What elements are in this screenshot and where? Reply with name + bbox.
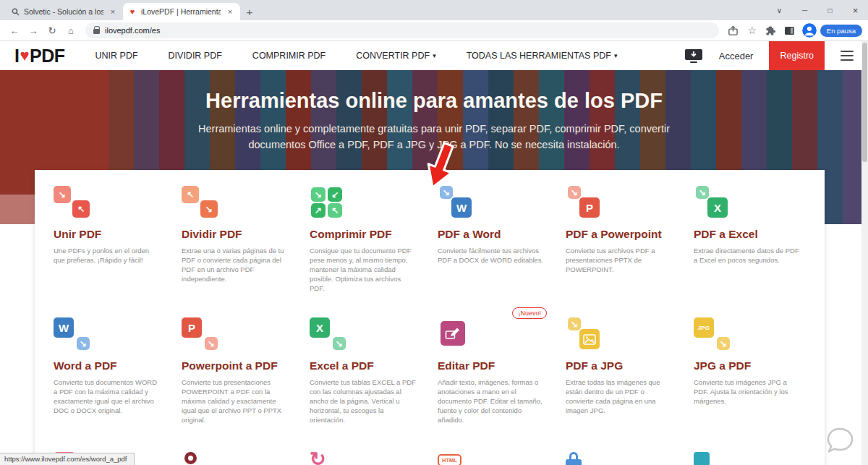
icon-square (579, 329, 600, 349)
more-tool-rotate[interactable]: ↻ (310, 452, 422, 465)
chevron-down-icon: ▾ (433, 52, 436, 59)
tool-merge-pdf[interactable]: ↘↖Unir PDFUne PDFs y ponlos en el orden … (54, 186, 166, 317)
browser-navbar: ← → ↻ ⌂ ilovepdf.com/es ☆ En pausa (0, 20, 868, 41)
icon-square: ↘ (205, 337, 218, 350)
reload-button[interactable]: ↻ (43, 22, 61, 39)
site-logo[interactable]: I ♥ PDF (14, 46, 65, 67)
back-button[interactable]: ← (6, 22, 23, 39)
extensions-puzzle-icon[interactable] (762, 22, 780, 39)
icon-square: X (707, 197, 728, 218)
page-scrollbar[interactable] (861, 41, 868, 465)
more-tool-unlock-key[interactable] (182, 452, 294, 465)
sync-paused-badge[interactable]: En pausa (820, 25, 862, 37)
icon-square: JPG (694, 317, 714, 338)
scrollbar-thumb[interactable] (862, 43, 867, 162)
tool-desc: Convierte fácilmente tus archivos PDF a … (438, 246, 550, 265)
menu-hamburger-icon[interactable] (841, 51, 854, 61)
tool-excel-to-pdf[interactable]: X↘Excel a PDFConvierte tus tablas EXCEL … (310, 317, 422, 449)
tool-desc: Une PDFs y ponlos en el orden que prefie… (54, 246, 166, 265)
tool-desc: Convierte tus tablas EXCEL a PDF con las… (310, 377, 422, 425)
tool-title: Excel a PDF (310, 359, 422, 372)
icon-square: ↘ (200, 200, 218, 218)
window-controls: ∨ ─ □ × (767, 0, 868, 20)
tool-desc: Convierte tus archivos PDF a presentacio… (566, 246, 678, 274)
compress-pdf-icon: ↘↙↗↖ (310, 186, 347, 219)
tool-jpg-to-pdf[interactable]: JPG↘JPG a PDFConvierte tus imágenes JPG … (694, 317, 806, 449)
tab-search-chevron-icon[interactable]: ∨ (767, 0, 792, 20)
page-title: Herramientas online para amantes de los … (0, 89, 868, 113)
tool-title: Powerpoint a PDF (182, 359, 294, 372)
tool-edit-pdf[interactable]: ¡Nuevo!Editar PDFAñadir texto, imágenes,… (438, 317, 550, 449)
login-link[interactable]: Acceder (719, 51, 754, 61)
share-icon[interactable] (725, 22, 742, 39)
icon-square: P (579, 197, 600, 218)
tool-desc: Convierte tus presentaciones POWERPOINT … (182, 377, 294, 425)
hero-text: Herramientas online para amantes de los … (0, 70, 868, 153)
icon-square: ↗ (311, 203, 326, 218)
tool-word-to-pdf[interactable]: W↘Word a PDFConvierte tus documentos WOR… (54, 317, 166, 449)
address-bar[interactable]: ilovepdf.com/es (85, 22, 719, 38)
tab-close-icon[interactable]: × (225, 7, 235, 16)
more-tool-sign-shield[interactable] (694, 452, 806, 465)
nav-item-unir-pdf[interactable]: UNIR PDF (95, 51, 138, 61)
tool-split-pdf[interactable]: ↖↘Dividir PDFExtrae una o varias páginas… (182, 186, 294, 317)
pdf-to-excel-icon: ↘X (694, 186, 731, 219)
icon-square: ↘ (440, 186, 453, 199)
icon-square (441, 321, 465, 346)
tool-title: Unir PDF (54, 228, 166, 241)
more-tool-html-to-pdf[interactable]: HTML (438, 452, 550, 465)
icon-square: ↘ (717, 337, 730, 350)
nav-item-label: CONVERTIR PDF (356, 51, 430, 61)
tool-desc: Extrae directamente datos de PDF a Excel… (694, 246, 806, 265)
new-tab-button[interactable]: + (240, 3, 259, 20)
nav-item-comprimir-pdf[interactable]: COMPRIMIR PDF (252, 51, 326, 61)
tool-pdf-to-jpg[interactable]: ↘PDF a JPGExtrae todas las imágenes que … (566, 317, 678, 449)
sidebar-icon[interactable] (781, 22, 799, 39)
new-badge: ¡Nuevo! (512, 307, 547, 319)
tool-title: JPG a PDF (694, 359, 806, 372)
tool-pdf-to-word[interactable]: ↘WPDF a WordConvierte fácilmente tus arc… (438, 186, 550, 317)
tool-pdf-to-excel[interactable]: ↘XPDF a ExcelExtrae directamente datos d… (694, 186, 806, 317)
tool-title: PDF a JPG (566, 359, 678, 372)
rotate-icon: ↻ (310, 452, 422, 465)
tool-desc: Añadir texto, imágenes, formas o anotaci… (438, 377, 550, 425)
icon-square: ↘ (311, 187, 326, 202)
browser-tabbar: Solvetic - Solución a los problem...×♥iL… (0, 0, 868, 20)
close-window-button[interactable]: × (843, 0, 868, 20)
edit-pdf-icon (438, 317, 475, 351)
profile-avatar[interactable] (802, 23, 817, 38)
browser-tab-2[interactable]: ♥iLovePDF | Herramientas PDF on...× (123, 3, 240, 20)
minimize-button[interactable]: ─ (792, 0, 817, 20)
icon-square: ↘ (77, 337, 90, 350)
icon-square: ↘ (568, 317, 581, 330)
register-button[interactable]: Registro (769, 41, 825, 70)
tool-compress-pdf[interactable]: ↘↙↗↖Comprimir PDFConsigue que tu documen… (310, 186, 422, 317)
sign-shield-icon (694, 452, 710, 465)
more-tool-protect-lock[interactable] (566, 452, 678, 465)
bookmark-star-icon[interactable]: ☆ (744, 22, 761, 39)
jpg-to-pdf-icon: JPG↘ (694, 317, 731, 351)
feedback-bubble-button[interactable] (822, 423, 857, 458)
tab-title: iLovePDF | Herramientas PDF on... (141, 7, 221, 16)
url-text: ilovepdf.com/es (105, 26, 160, 35)
nav-item-dividir-pdf[interactable]: DIVIDIR PDF (169, 51, 222, 61)
nav-item-convertir-pdf[interactable]: CONVERTIR PDF▾ (356, 51, 435, 61)
tab-title: Solvetic - Solución a los problem... (24, 7, 103, 16)
icon-square: W (451, 197, 472, 218)
lock-shackle (569, 452, 578, 459)
maximize-button[interactable]: □ (817, 0, 843, 20)
home-button[interactable]: ⌂ (62, 22, 80, 39)
excel-to-pdf-icon: X↘ (310, 317, 347, 351)
forward-button[interactable]: → (25, 22, 42, 39)
browser-tab-1[interactable]: Solvetic - Solución a los problem...× (6, 3, 123, 20)
nav-item-todas-las-herramientas[interactable]: TODAS LAS HERRAMIENTAS PDF▾ (467, 51, 618, 61)
desktop-app-download-icon[interactable] (684, 48, 703, 64)
tool-powerpoint-to-pdf[interactable]: P↘Powerpoint a PDFConvierte tus presenta… (182, 317, 294, 449)
page-subtitle: Herramientas online y completamente grat… (181, 121, 687, 153)
tool-title: Comprimir PDF (310, 228, 422, 241)
tab-close-icon[interactable]: × (108, 7, 118, 16)
tool-pdf-to-powerpoint[interactable]: ↘PPDF a PowerpointConvierte tus archivos… (566, 186, 678, 317)
page-viewport: I ♥ PDF UNIR PDFDIVIDIR PDFCOMPRIMIR PDF… (0, 41, 868, 465)
tools-grid: ↘↖Unir PDFUne PDFs y ponlos en el orden … (35, 170, 825, 449)
icon-square: ↖ (182, 186, 199, 203)
